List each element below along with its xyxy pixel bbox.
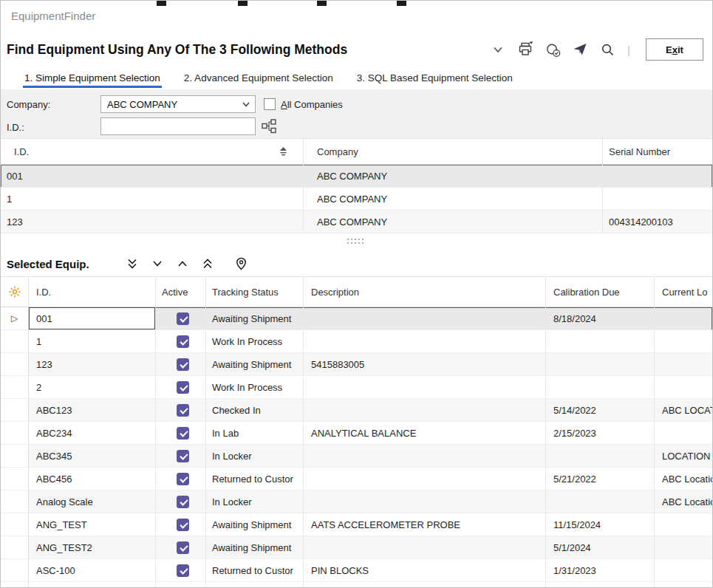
cell-tracking-status: Checked In	[206, 399, 304, 422]
active-checkbox[interactable]	[177, 312, 189, 325]
row-indicator: ▷	[1, 307, 29, 330]
column-header-tracking-status[interactable]: Tracking Status	[206, 277, 304, 307]
column-header-id[interactable]: I.D.	[29, 277, 156, 307]
cell-active	[156, 422, 206, 445]
cell-description	[304, 582, 546, 587]
cell-active	[156, 399, 206, 422]
print-options-icon[interactable]	[544, 41, 562, 58]
tab-sql-based-equipment-selection[interactable]: 3. SQL Based Equipment Selection	[355, 67, 514, 88]
cell-calibration-due	[546, 330, 655, 353]
all-companies-label[interactable]: All Companies	[281, 99, 343, 110]
row-indicator: ▷	[1, 513, 29, 536]
hierarchy-lookup-icon[interactable]	[262, 119, 276, 134]
print-icon[interactable]	[516, 41, 534, 58]
active-checkbox[interactable]	[177, 587, 189, 588]
exit-button[interactable]: Exit	[646, 38, 703, 61]
table-row[interactable]: ▷ 123 Awaiting Shipment 5415883005	[1, 353, 712, 376]
table-row[interactable]: ▷ ASC-100 Returned to Custor PIN BLOCKS …	[1, 559, 712, 582]
active-checkbox[interactable]	[177, 427, 189, 440]
cell-calibration-due: 11/15/2024	[546, 513, 655, 536]
table-row[interactable]: ▷ Analog Scale In Locker ABC Locatio	[1, 490, 712, 513]
cell-description	[304, 445, 546, 468]
cell-active	[156, 307, 206, 330]
header-row: Find Equipment Using Any Of The 3 Follow…	[1, 33, 712, 66]
cell-active	[156, 353, 206, 376]
active-checkbox[interactable]	[177, 358, 189, 371]
cell-current-location	[655, 330, 712, 353]
cell-tracking-status: Awaiting Shipment	[206, 536, 304, 559]
table-row[interactable]: ▷	[1, 582, 712, 587]
row-indicator: ▷	[1, 536, 29, 559]
active-checkbox[interactable]	[177, 335, 189, 348]
table-row[interactable]: ▷ ABC123 Checked In 5/14/2022 ABC LOCAT	[1, 399, 712, 422]
cell-serial-number	[603, 165, 712, 188]
cell-description: AATS ACCELEROMETER PROBE	[304, 513, 546, 536]
column-header-current-location[interactable]: Current Lo	[655, 277, 712, 307]
cell-calibration-due: 2/15/2023	[546, 422, 655, 445]
cell-active	[156, 330, 206, 353]
row-indicator: ▷	[1, 330, 29, 353]
cell-tracking-status: Awaiting Shipment	[206, 353, 304, 376]
column-header-company[interactable]: Company	[304, 139, 603, 164]
row-indicator: ▷	[1, 376, 29, 399]
cell-tracking-status: In Lab	[206, 422, 304, 445]
column-header-calibration-due[interactable]: Calibration Due	[546, 277, 655, 307]
active-checkbox[interactable]	[177, 450, 189, 462]
tab-advanced-equipment-selection[interactable]: 2. Advanced Equipment Selection	[182, 67, 335, 88]
table-row[interactable]: ▷ ABC234 In Lab ANALYTICAL BALANCE 2/15/…	[1, 422, 712, 445]
active-checkbox[interactable]	[177, 473, 189, 485]
active-checkbox[interactable]	[177, 496, 189, 508]
table-row[interactable]: 123 ABC COMPANY 004314200103	[1, 211, 712, 233]
table-row[interactable]: ▷ 001 Awaiting Shipment 8/18/2024	[1, 307, 712, 330]
column-header-description[interactable]: Description	[304, 277, 546, 307]
table-row[interactable]: ▷ ANG_TEST2 Awaiting Shipment 5/1/2024	[1, 536, 712, 559]
all-companies-checkbox[interactable]	[264, 98, 276, 110]
table-row[interactable]: 1 ABC COMPANY	[1, 188, 712, 211]
cell-description	[304, 536, 546, 559]
search-icon[interactable]	[598, 41, 616, 58]
window-title: EquipmentFinder	[11, 10, 95, 22]
table-row[interactable]: ▷ ABC345 In Locker LOCATION	[1, 445, 712, 468]
customization-header-cell[interactable]	[1, 277, 29, 307]
chevron-down-icon[interactable]	[489, 41, 507, 58]
cell-description	[304, 307, 546, 330]
move-next-icon[interactable]	[150, 256, 165, 271]
move-last-icon[interactable]	[125, 256, 140, 271]
move-first-icon[interactable]	[200, 256, 215, 271]
grid-splitter[interactable]	[1, 233, 712, 251]
row-indicator: ▷	[1, 490, 29, 513]
cell-description	[304, 330, 546, 353]
cell-tracking-status: In Locker	[206, 490, 304, 513]
active-checkbox[interactable]	[177, 541, 189, 554]
table-row[interactable]: ▷ 2 Work In Process	[1, 376, 712, 399]
column-header-id[interactable]: I.D.	[1, 139, 304, 164]
company-dropdown[interactable]: ABC COMPANY	[100, 95, 256, 113]
table-row[interactable]: 001 ABC COMPANY	[1, 165, 712, 188]
active-checkbox[interactable]	[177, 519, 189, 531]
equipment-finder-window: EquipmentFinder Find Equipment Using Any…	[0, 0, 713, 588]
table-row[interactable]: ▷ 1 Work In Process	[1, 330, 712, 353]
column-header-active[interactable]: Active	[156, 277, 206, 307]
active-checkbox[interactable]	[177, 381, 189, 394]
cell-calibration-due: 5/14/2022	[546, 399, 655, 422]
cell-company: ABC COMPANY	[304, 165, 603, 188]
cell-calibration-due	[546, 353, 655, 376]
active-checkbox[interactable]	[177, 564, 189, 577]
cell-current-location	[655, 353, 712, 376]
column-header-serial-number[interactable]: Serial Number	[603, 139, 712, 164]
cell-active	[156, 559, 206, 582]
location-pin-icon[interactable]	[234, 256, 249, 271]
active-checkbox[interactable]	[177, 404, 189, 417]
current-row-arrow-icon: ▷	[11, 314, 18, 323]
cell-id: 1	[1, 188, 304, 211]
move-previous-icon[interactable]	[175, 256, 190, 271]
table-row[interactable]: ▷ ABC456 Returned to Custor 5/21/2022 AB…	[1, 468, 712, 490]
send-icon[interactable]	[571, 41, 589, 58]
table-row[interactable]: ▷ ANG_TEST Awaiting Shipment AATS ACCELE…	[1, 513, 712, 536]
id-input[interactable]	[100, 117, 256, 135]
cell-current-location	[655, 536, 712, 559]
cell-id: 001	[1, 165, 304, 188]
cell-tracking-status: Returned to Custor	[206, 559, 304, 582]
tab-simple-equipment-selection[interactable]: 1. Simple Equipment Selection	[23, 67, 162, 88]
row-indicator: ▷	[1, 445, 29, 468]
